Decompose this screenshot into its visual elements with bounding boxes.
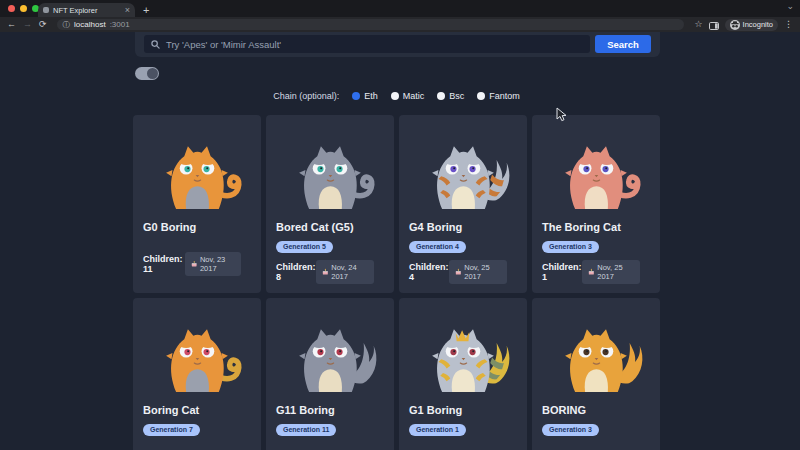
chain-option-bsc[interactable]: Bsc [437,91,464,101]
search-input[interactable]: Try 'Apes' or 'Mimir Assault' [144,35,590,53]
chain-option-label: Bsc [449,91,464,101]
cat-image [143,124,251,212]
generation-badge: Generation 1 [409,424,466,436]
generation-badge: Generation 7 [143,424,200,436]
children-count: Children: 8 [276,262,316,282]
radio-icon[interactable] [391,92,399,100]
side-panel-icon[interactable] [709,16,719,34]
card-title: G4 Boring [409,221,517,233]
cat-image [542,124,650,212]
card-title: BORING [542,404,650,416]
nft-card[interactable]: G11 Boring Generation 11 [266,298,394,450]
new-tab-button[interactable]: + [143,5,149,16]
bookmark-star-icon[interactable]: ☆ [694,20,702,29]
browser-tab[interactable]: NFT Explorer × [38,3,135,17]
search-placeholder: Try 'Apes' or 'Mimir Assault' [166,39,281,50]
card-title: G11 Boring [276,404,384,416]
nft-card[interactable]: G1 Boring Generation 1 [399,298,527,450]
cat-image [276,307,384,395]
address-bar[interactable]: ⓘ localhost :3001 [57,19,685,30]
chain-option-fantom[interactable]: Fantom [477,91,520,101]
nft-card[interactable]: Boring Cat Generation 7 [133,298,261,450]
nft-card[interactable]: The Boring Cat Generation 3 Children: 1 … [532,115,660,293]
search-button[interactable]: Search [595,35,651,53]
cat-image [409,307,517,395]
browser-window: NFT Explorer × + ⌄ ← → ⟳ ⓘ localhost :30… [0,0,800,450]
generation-badge: Generation 5 [276,241,333,253]
birthday-date: Nov, 24 2017 [331,263,368,281]
chain-options: EthMaticBscFantom [352,91,520,101]
chain-option-eth[interactable]: Eth [352,91,378,101]
cat-image [409,124,517,212]
birthday-badge: Nov, 23 2017 [185,252,241,276]
toolbar-actions: ☆ Incognito ⋮ [694,16,793,34]
page-content: Try 'Apes' or 'Mimir Assault' Search Cha… [0,32,800,450]
toggle-knob [147,68,158,79]
card-meta: Children: 11 Nov, 23 2017 [143,252,251,276]
birthday-date: Nov, 23 2017 [200,255,235,273]
cat-image [276,124,384,212]
window-controls [8,5,39,12]
mouse-cursor [556,107,568,122]
children-count: Children: 4 [409,262,449,282]
children-count: Children: 11 [143,254,185,274]
filter-toggle[interactable] [135,67,159,80]
incognito-badge[interactable]: Incognito [725,19,778,31]
birthday-badge: Nov, 25 2017 [449,260,507,284]
card-title: G0 Boring [143,221,251,233]
cake-icon [322,268,329,276]
card-grid: G0 Boring Children: 11 Nov, 23 2017 Bore… [133,115,660,450]
card-title: G1 Boring [409,404,517,416]
minimize-window-button[interactable] [20,5,27,12]
cat-image [143,307,251,395]
birthday-badge: Nov, 25 2017 [582,260,640,284]
chain-option-label: Eth [364,91,378,101]
cake-icon [455,268,462,276]
tab-title: NFT Explorer [53,6,121,15]
incognito-label: Incognito [743,21,773,29]
card-title: Boring Cat [143,404,251,416]
nft-card[interactable]: Bored Cat (G5) Generation 5 Children: 8 … [266,115,394,293]
chain-option-matic[interactable]: Matic [391,91,425,101]
incognito-icon [730,20,740,30]
forward-icon[interactable]: → [23,20,32,29]
search-icon [151,40,160,49]
url-port: :3001 [110,21,130,29]
cake-icon [191,260,197,268]
card-meta: Children: 1 Nov, 25 2017 [542,260,650,284]
radio-icon[interactable] [477,92,485,100]
search-panel: Try 'Apes' or 'Mimir Assault' Search [135,32,660,57]
birthday-date: Nov, 25 2017 [464,263,501,281]
card-title: Bored Cat (G5) [276,221,384,233]
url-host: localhost [74,21,106,29]
reload-icon[interactable]: ⟳ [39,20,47,29]
nft-card[interactable]: G0 Boring Children: 11 Nov, 23 2017 [133,115,261,293]
chain-option-label: Fantom [489,91,520,101]
chain-option-label: Matic [403,91,425,101]
generation-badge: Generation 3 [542,424,599,436]
chain-filter: Chain (optional): EthMaticBscFantom [133,91,660,101]
close-window-button[interactable] [8,5,15,12]
card-title: The Boring Cat [542,221,650,233]
radio-icon[interactable] [437,92,445,100]
generation-badge: Generation 4 [409,241,466,253]
generation-badge: Generation 3 [542,241,599,253]
tab-search-chevron-icon[interactable]: ⌄ [786,2,794,11]
browser-menu-icon[interactable]: ⋮ [784,20,793,29]
radio-icon[interactable] [352,92,360,100]
site-info-icon[interactable]: ⓘ [63,21,71,29]
birthday-badge: Nov, 24 2017 [316,260,374,284]
card-meta: Children: 8 Nov, 24 2017 [276,260,384,284]
chain-filter-label: Chain (optional): [273,91,339,101]
children-count: Children: 1 [542,262,582,282]
tab-strip: NFT Explorer × + ⌄ [0,0,800,17]
cat-image [542,307,650,395]
card-meta: Children: 4 Nov, 25 2017 [409,260,517,284]
generation-badge: Generation 11 [276,424,336,436]
back-icon[interactable]: ← [7,20,16,29]
birthday-date: Nov, 25 2017 [597,263,634,281]
cake-icon [588,268,595,276]
nft-card[interactable]: BORING Generation 3 [532,298,660,450]
nft-card[interactable]: G4 Boring Generation 4 Children: 4 Nov, … [399,115,527,293]
tab-close-icon[interactable]: × [125,6,130,15]
